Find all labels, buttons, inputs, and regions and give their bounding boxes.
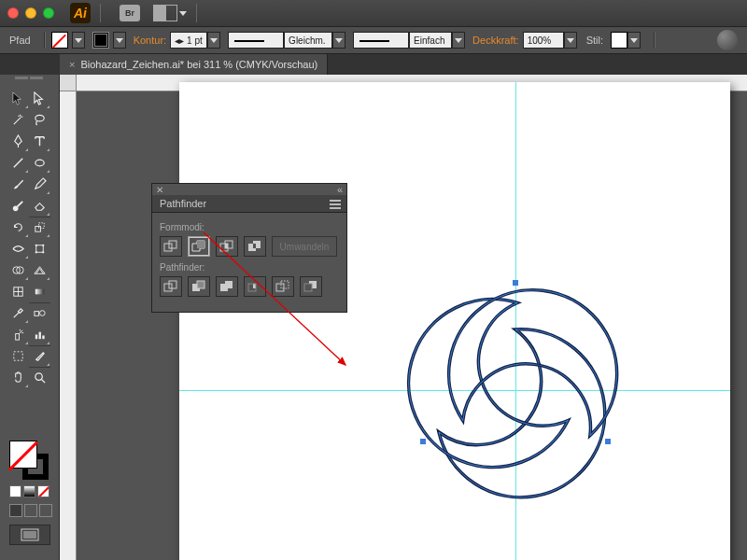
pathfinder-panel[interactable]: ✕ « Pathfinder Formmodi: Umwandeln Pathf… [151, 183, 347, 313]
minus-front-button[interactable] [188, 236, 210, 257]
slice-tool[interactable] [29, 345, 50, 367]
svg-rect-47 [281, 281, 289, 288]
gradient-button[interactable] [23, 485, 35, 497]
graphic-style-swatch[interactable] [611, 32, 627, 49]
stroke-dropdown[interactable] [113, 32, 126, 49]
stroke-profile-selector[interactable] [228, 32, 284, 49]
recolor-artwork-button[interactable] [717, 30, 738, 50]
brush-dropdown[interactable] [452, 32, 465, 49]
width-tool[interactable] [7, 238, 29, 259]
canvas[interactable]: Abbildung: 30 [77, 91, 747, 560]
close-icon[interactable]: ✕ [156, 185, 163, 195]
svg-rect-18 [35, 335, 37, 340]
lasso-tool[interactable] [29, 109, 50, 131]
mesh-tool[interactable] [7, 281, 29, 302]
svg-rect-30 [169, 241, 176, 248]
bridge-button[interactable]: Br [120, 5, 140, 21]
merge-button[interactable] [216, 276, 238, 297]
divide-button[interactable] [160, 276, 182, 297]
trim-button[interactable] [188, 276, 210, 297]
panel-header[interactable]: ✕ « [152, 184, 346, 195]
outline-button[interactable] [272, 276, 294, 297]
stroke-weight-dropdown[interactable] [207, 32, 220, 49]
free-transform-tool[interactable] [29, 238, 50, 259]
hand-tool[interactable] [7, 367, 29, 388]
color-button[interactable] [9, 485, 21, 497]
shape-builder-tool[interactable] [7, 259, 29, 281]
magic-wand-tool[interactable] [7, 109, 29, 131]
eyedropper-tool[interactable] [7, 302, 29, 324]
draw-normal-button[interactable] [9, 504, 22, 517]
screen-mode-button[interactable] [9, 525, 50, 545]
graphic-style-dropdown[interactable] [627, 32, 641, 49]
none-button[interactable] [37, 485, 49, 497]
type-tool[interactable] [29, 131, 50, 152]
blob-brush-tool[interactable] [7, 195, 29, 217]
vertical-ruler[interactable] [60, 91, 77, 560]
opacity-input[interactable]: 100% [523, 32, 564, 49]
unite-button[interactable] [160, 236, 182, 257]
close-icon[interactable]: × [69, 59, 75, 70]
eraser-tool[interactable] [29, 195, 50, 217]
exclude-button[interactable] [244, 236, 266, 257]
gradient-tool[interactable] [29, 281, 50, 302]
stroke-weight-input[interactable]: ◂▸1 pt [170, 32, 207, 49]
close-window-button[interactable] [7, 7, 19, 19]
svg-rect-28 [420, 439, 426, 444]
fill-dropdown[interactable] [72, 32, 85, 49]
symbol-sprayer-tool[interactable] [7, 324, 29, 345]
expand-button[interactable]: Umwandeln [272, 236, 337, 257]
brush-selector[interactable] [353, 32, 409, 49]
document-tabs: × Biohazard_Zeichen.ai* bei 311 % (CMYK/… [0, 54, 747, 75]
pencil-tool[interactable] [29, 174, 50, 195]
crop-button[interactable] [244, 276, 266, 297]
opacity-label[interactable]: Deckkraft: [472, 35, 519, 46]
fill-swatch[interactable] [51, 32, 68, 49]
fill-indicator[interactable] [9, 441, 37, 469]
opacity-dropdown[interactable] [564, 32, 577, 49]
blend-tool[interactable] [29, 302, 50, 324]
pen-tool[interactable] [7, 131, 29, 152]
panel-menu-icon[interactable] [330, 200, 341, 209]
paintbrush-tool[interactable] [7, 174, 29, 195]
workspace: Abbildung: 30 ✕ « Pathfinder Formmodi: U… [0, 75, 747, 560]
fill-stroke-indicator[interactable] [9, 441, 49, 480]
svg-rect-21 [14, 352, 22, 360]
column-graph-tool[interactable] [29, 324, 50, 345]
svg-rect-14 [35, 289, 44, 295]
selection-tool[interactable] [7, 88, 29, 109]
stroke-label[interactable]: Kontur: [134, 35, 166, 46]
draw-inside-button[interactable] [39, 504, 52, 517]
rotate-tool[interactable] [7, 217, 29, 238]
style-label: Stil: [586, 35, 603, 46]
panel-tab[interactable]: Pathfinder [152, 195, 346, 213]
ruler-origin[interactable] [60, 75, 77, 91]
direct-selection-tool[interactable] [29, 88, 50, 109]
minus-back-button[interactable] [300, 276, 322, 297]
artboard[interactable]: Abbildung: 30 [179, 82, 730, 560]
artboard-tool[interactable] [7, 345, 29, 367]
ellipse-tool[interactable] [29, 152, 50, 174]
scale-tool[interactable] [29, 217, 50, 238]
zoom-window-button[interactable] [43, 7, 54, 19]
svg-rect-20 [42, 335, 44, 339]
window-titlebar: Ai Br [0, 0, 747, 26]
panel-title: Pathfinder [160, 198, 206, 209]
shape-modes-label: Formmodi: [160, 222, 339, 232]
zoom-tool[interactable] [29, 367, 50, 388]
draw-behind-button[interactable] [24, 504, 37, 517]
svg-rect-38 [164, 284, 172, 291]
collapse-icon[interactable]: « [337, 184, 343, 195]
stroke-swatch[interactable] [92, 32, 109, 49]
svg-rect-6 [36, 245, 44, 253]
panel-grip[interactable] [7, 77, 50, 86]
svg-rect-17 [16, 334, 20, 341]
minimize-window-button[interactable] [25, 7, 36, 19]
intersect-button[interactable] [216, 236, 238, 257]
stroke-profile-dropdown[interactable] [332, 32, 345, 49]
line-tool[interactable] [7, 152, 29, 174]
document-tab[interactable]: × Biohazard_Zeichen.ai* bei 311 % (CMYK/… [60, 54, 328, 75]
artwork-biohazard[interactable] [329, 203, 702, 560]
perspective-grid-tool[interactable] [29, 259, 50, 281]
workspace-layout-button[interactable] [153, 5, 177, 21]
